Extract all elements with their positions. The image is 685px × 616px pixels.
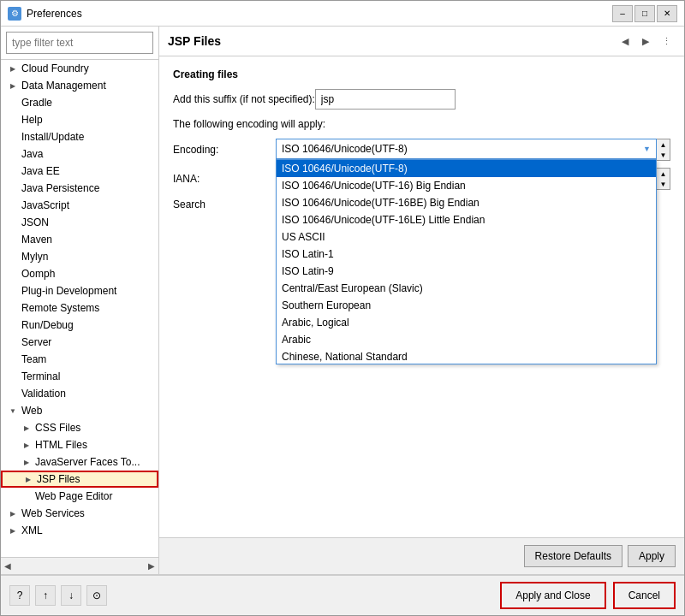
tree-arrow-web-page-editor [21,491,32,501]
sidebar-item-plug-in-development[interactable]: Plug-in Development [1,282,158,299]
tree-arrow-java-ee [8,166,18,176]
sidebar-item-jsf-files[interactable]: ▶JavaServer Faces To... [1,453,158,471]
encoding-label: Encoding: [173,144,276,156]
tree-arrow-jsp-files: ▶ [23,474,33,484]
encoding-desc-row: The following encoding will apply: [173,118,670,130]
dropdown-item[interactable]: Chinese, National Standard [277,348,656,364]
encoding-dropdown-selected[interactable]: ISO 10646/Unicode(UTF-8) [276,139,657,159]
sidebar-item-gradle[interactable]: Gradle [1,94,158,111]
right-panel: JSP Files ◀ ▶ ⋮ Creating files Add this … [159,27,684,574]
tree-arrow-cloud-foundry: ▶ [8,63,18,74]
sidebar-item-data-management[interactable]: ▶Data Management [1,77,158,94]
scroll-up-icon[interactable]: ▲ [657,139,670,150]
sidebar-item-web[interactable]: ▼Web [1,402,158,419]
sidebar-item-oomph[interactable]: Oomph [1,265,158,282]
tree-arrow-help [8,115,18,125]
dropdown-item[interactable]: Arabic, Logical [277,314,656,331]
sidebar-item-xml[interactable]: ▶XML [1,522,158,539]
maximize-button[interactable]: □ [634,5,655,22]
sidebar-item-validation[interactable]: Validation [1,385,158,402]
back-button[interactable]: ◀ [616,32,634,50]
dropdown-item[interactable]: Central/East European (Slavic) [277,280,656,297]
encoding-scrollbar[interactable]: ▲ ▼ [657,139,670,161]
dropdown-item[interactable]: ISO Latin-9 [277,263,656,280]
help-icon[interactable]: ? [9,585,30,606]
dropdown-item[interactable]: ISO 10646/Unicode(UTF-16LE) Little Endia… [277,211,656,228]
tree-label-java-persistence: Java Persistence [20,182,99,194]
sidebar-item-json[interactable]: JSON [1,214,158,231]
filter-input[interactable] [6,32,153,54]
restore-defaults-button[interactable]: Restore Defaults [524,545,622,567]
tree-label-web: Web [20,405,42,417]
tree-label-help: Help [20,114,43,126]
tree-label-data-management: Data Management [20,80,106,92]
sidebar-item-jsp-files[interactable]: ▶JSP Files [1,471,158,488]
window-controls: – □ ✕ [612,5,677,22]
close-button[interactable]: ✕ [657,5,677,22]
suffix-input[interactable] [315,89,456,110]
apply-button[interactable]: Apply [628,545,676,567]
sidebar-item-maven[interactable]: Maven [1,231,158,248]
sidebar-item-java-ee[interactable]: Java EE [1,163,158,180]
tree-arrow-jsf-files: ▶ [21,457,32,467]
iana-scrollbar: ▲ ▼ [657,168,670,190]
sidebar-item-web-page-editor[interactable]: Web Page Editor [1,488,158,505]
sidebar-item-mylyn[interactable]: Mylyn [1,248,158,265]
scroll-right-icon[interactable]: ▶ [148,561,155,571]
minimize-button[interactable]: – [612,5,633,22]
sidebar-item-team[interactable]: Team [1,351,158,368]
tree-arrow-css-files: ▶ [21,423,32,433]
sidebar-item-java[interactable]: Java [1,145,158,163]
dropdown-item[interactable]: Arabic [277,331,656,348]
dropdown-item[interactable]: ISO 10646/Unicode(UTF-16BE) Big Endian [277,194,656,211]
sidebar-item-run-debug[interactable]: Run/Debug [1,317,158,334]
forward-button[interactable]: ▶ [636,32,655,50]
tree-arrow-data-management: ▶ [8,80,18,91]
sidebar-item-terminal[interactable]: Terminal [1,368,158,385]
tree-label-java: Java [20,148,43,160]
tree-arrow-server [8,337,18,347]
sidebar-item-server[interactable]: Server [1,334,158,351]
panel-header: JSP Files ◀ ▶ ⋮ [159,27,684,56]
window-title: Preferences [27,8,82,20]
preferences-window: ⚙ Preferences – □ ✕ ▶Cloud Foundry▶Data … [0,0,685,616]
sidebar-item-java-persistence[interactable]: Java Persistence [1,180,158,197]
sidebar-item-cloud-foundry[interactable]: ▶Cloud Foundry [1,60,158,77]
settings-icon[interactable]: ⊙ [86,585,107,606]
encoding-dropdown-list[interactable]: ISO 10646/Unicode(UTF-8)ISO 10646/Unicod… [276,159,657,364]
sidebar-item-remote-systems[interactable]: Remote Systems [1,299,158,317]
tree-arrow-install-update [8,132,18,142]
title-bar-left: ⚙ Preferences [8,7,82,21]
sidebar-item-javascript[interactable]: JavaScript [1,197,158,214]
dropdown-item[interactable]: ISO Latin-1 [277,246,656,263]
dropdown-item[interactable]: ISO 10646/Unicode(UTF-16) Big Endian [277,177,656,194]
sidebar-item-css-files[interactable]: ▶CSS Files [1,419,158,436]
dropdown-item[interactable]: US ASCII [277,228,656,246]
sidebar-item-html-files[interactable]: ▶HTML Files [1,436,158,453]
tree-arrow-maven [8,234,18,245]
tree-arrow-java-persistence [8,183,18,193]
encoding-desc: The following encoding will apply: [173,118,325,130]
export-icon[interactable]: ↑ [35,585,56,606]
tree-arrow-java [8,149,18,159]
import-icon[interactable]: ↓ [61,585,81,606]
creating-files-section: Creating files [173,68,670,80]
iana-scroll-down[interactable]: ▼ [657,179,670,189]
tree-label-json: JSON [20,216,49,228]
tree-label-mylyn: Mylyn [20,251,48,263]
sidebar-item-web-services[interactable]: ▶Web Services [1,505,158,522]
dropdown-item[interactable]: ISO 10646/Unicode(UTF-8) [277,160,656,177]
more-button[interactable]: ⋮ [657,32,676,50]
sidebar-item-help[interactable]: Help [1,111,158,128]
dropdown-item[interactable]: Southern European [277,297,656,314]
iana-scroll-up[interactable]: ▲ [657,169,670,179]
tree-arrow-terminal [8,371,18,382]
sidebar-item-install-update[interactable]: Install/Update [1,128,158,145]
tree-arrow-javascript [8,200,18,210]
scroll-left-icon[interactable]: ◀ [4,561,11,571]
scroll-down-icon[interactable]: ▼ [657,150,670,160]
apply-close-button[interactable]: Apply and Close [500,582,605,609]
tree-arrow-mylyn [8,252,18,262]
cancel-button[interactable]: Cancel [613,582,676,609]
tree-arrow-web-services: ▶ [8,508,18,518]
